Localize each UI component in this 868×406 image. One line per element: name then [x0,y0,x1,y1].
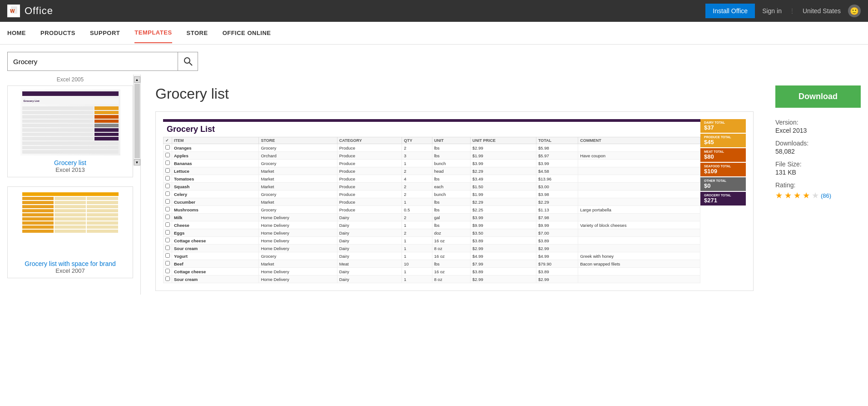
downloads-section: Downloads: 58,082 [775,140,861,155]
template-version-2: Excel 2007 [55,267,84,274]
template-version-1: Excel 2013 [55,166,84,173]
table-row: Celery Grocery Produce 2 bunch $1.99 $3.… [164,190,700,198]
top-bar-left: W Office [7,5,53,17]
page-content: Grocery list Grocery List ✓ [141,75,768,302]
spreadsheet-title: Grocery List [167,125,215,134]
row-checkbox[interactable] [165,276,170,281]
row-checkbox[interactable] [165,145,170,150]
table-row: Oranges Grocery Produce 2 lbs $2.99 $5.9… [164,144,700,152]
table-row: Lettuce Market Produce 2 head $2.29 $4.5… [164,167,700,175]
office-title: Office [25,5,53,17]
totals-column: DAIRY TOTAL$37PRODUCE TOTAL$45MEAT TOTAL… [700,119,746,283]
right-panel: Download Version: Excel 2013 Downloads: … [768,75,868,302]
row-checkbox[interactable] [165,199,170,204]
table-row: Milk Home Delivery Dairy 2 gal $3.99 $7.… [164,214,700,221]
filesize-section: File Size: 131 KB [775,160,861,176]
template-card-grocery-list-with-space[interactable]: Grocery list with space for brand Excel … [7,186,133,278]
total-badge-meat: MEAT TOTAL$80 [700,148,746,162]
nav-home[interactable]: HOME [7,23,26,43]
template-card-grocery-list[interactable]: Grocery List Grocery list [7,85,133,177]
row-checkbox[interactable] [165,191,170,196]
spreadsheet-title-row: Grocery List [163,122,700,137]
row-checkbox[interactable] [165,230,170,235]
table-row: Beef Market Meat 10 lbs $7.99 $79.90 Bac… [164,260,700,268]
office-logo: W [7,5,20,17]
version-section: Version: Excel 2013 [775,119,861,134]
search-button[interactable] [178,52,198,70]
col-unit: UNIT [432,137,470,144]
scrollbar-track [134,84,140,158]
template-name-2[interactable]: Grocery list with space for brand [25,260,116,267]
region-label[interactable]: United States [803,7,841,15]
search-input[interactable] [8,52,178,70]
filesize-label: File Size: [775,160,861,168]
sidebar-excel-label: Excel 2005 [7,76,133,83]
template-thumbnail-2 [20,190,120,256]
nav-products[interactable]: PRODUCTS [40,23,75,43]
nav-support[interactable]: SUPPORT [90,23,120,43]
star-1: ★ [775,190,783,200]
row-checkbox[interactable] [165,246,170,250]
menu-separator: ⋮ [789,7,795,15]
feedback-icon[interactable]: 🙂 [848,5,861,17]
row-checkbox[interactable] [165,269,170,273]
filesize-value: 131 KB [775,169,861,176]
table-row: Cottage cheese Home Delivery Dairy 1 16 … [164,237,700,245]
col-total: TOTAL [536,137,578,144]
table-row: Eggs Home Delivery Dairy 2 doz $3.50 $7.… [164,229,700,237]
row-checkbox[interactable] [165,168,170,173]
table-row: Tomatoes Market Produce 4 lbs $3.49 $13.… [164,175,700,183]
total-badge-seafood: SEAFOOD TOTAL$109 [700,163,746,176]
scroll-down-button[interactable]: ▼ [134,159,140,165]
page-title: Grocery list [155,85,754,102]
col-comment: COMMENT [578,137,700,144]
table-row: Squash Market Produce 2 each $1.50 $3.00 [164,183,700,190]
row-checkbox[interactable] [165,160,170,165]
template-thumbnail-1: Grocery List [20,90,120,155]
rating-count[interactable]: (86) [821,192,831,199]
install-office-button[interactable]: Install Office [705,4,755,18]
sidebar: ▲ ▼ Excel 2005 Grocery List [0,75,141,295]
col-qty: QTY [402,137,432,144]
row-checkbox[interactable] [165,153,170,157]
star-4: ★ [803,190,810,200]
nav-office-online[interactable]: OFFICE ONLINE [223,23,271,43]
col-store: STORE [259,137,337,144]
row-checkbox[interactable] [165,176,170,180]
template-name-1[interactable]: Grocery list [54,159,86,166]
version-value: Excel 2013 [775,127,861,134]
template-preview: Grocery List ✓ ITEM STORE CATEGORY QTY [155,111,754,291]
search-icon [184,57,193,66]
table-row: Bananas Grocery Produce 1 bunch $3.99 $3… [164,160,700,167]
table-row: Cucumber Market Produce 1 lbs $2.29 $2.2… [164,198,700,206]
row-checkbox[interactable] [165,238,170,242]
downloads-label: Downloads: [775,140,861,147]
nav-store[interactable]: STORE [187,23,208,43]
row-checkbox[interactable] [165,207,170,211]
total-badge-other: OTHER TOTAL$0 [700,177,746,191]
svg-line-4 [189,63,192,65]
search-box [7,52,198,71]
row-checkbox[interactable] [165,184,170,188]
col-check: ✓ [164,137,172,144]
row-checkbox[interactable] [165,215,170,219]
row-checkbox[interactable] [165,253,170,258]
star-3: ★ [794,190,801,200]
table-row: Cottage cheese Home Delivery Dairy 1 16 … [164,268,700,276]
svg-point-3 [184,58,190,63]
rating-label: Rating: [775,181,861,189]
col-item: ITEM [172,137,259,144]
top-bar-right: Install Office Sign in ⋮ United States 🙂 [705,4,861,18]
table-row: Mushrooms Grocery Produce 0.5 lbs $2.25 … [164,206,700,214]
search-section [0,45,868,75]
row-checkbox[interactable] [165,261,170,266]
scroll-up-button[interactable]: ▲ [134,76,140,83]
top-bar: W Office Install Office Sign in ⋮ United… [0,0,868,22]
nav-bar: HOME PRODUCTS SUPPORT TEMPLATES STORE OF… [0,22,868,45]
row-checkbox[interactable] [165,222,170,227]
signin-link[interactable]: Sign in [762,7,782,15]
download-button[interactable]: Download [775,85,861,108]
star-5: ★ [812,190,819,200]
table-row: Sour cream Home Delivery Dairy 1 8 oz $2… [164,276,700,283]
nav-templates[interactable]: TEMPLATES [134,23,172,43]
